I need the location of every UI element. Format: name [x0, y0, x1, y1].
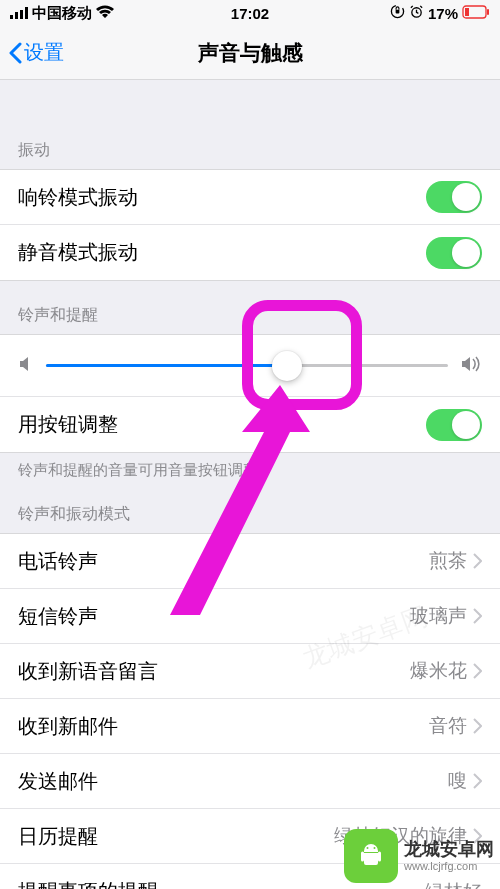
back-button[interactable]: 设置: [0, 39, 64, 66]
row-voicemail[interactable]: 收到新语音留言 爆米花: [0, 644, 500, 699]
status-right: 17%: [390, 4, 490, 22]
row-value: 玻璃声: [410, 603, 482, 629]
status-left: 中国移动: [10, 4, 114, 23]
chevron-right-icon: [473, 773, 482, 789]
orientation-lock-icon: [390, 4, 405, 22]
volume-high-icon: [460, 355, 482, 377]
alarm-icon: [409, 4, 424, 22]
svg-rect-9: [465, 8, 469, 16]
chevron-right-icon: [473, 718, 482, 734]
svg-point-11: [367, 847, 369, 849]
svg-rect-1: [15, 12, 18, 19]
svg-rect-0: [10, 15, 13, 19]
svg-rect-3: [25, 7, 28, 19]
row-label: 收到新邮件: [18, 713, 118, 740]
row-value: 爆米花: [410, 658, 482, 684]
row-label: 响铃模式振动: [18, 184, 138, 211]
switch-change-with-buttons[interactable]: [426, 409, 482, 441]
battery-icon: [462, 5, 490, 22]
section-header-patterns: 铃声和振动模式: [0, 480, 500, 533]
carrier-label: 中国移动: [32, 4, 92, 23]
row-label: 发送邮件: [18, 768, 98, 795]
row-label: 电话铃声: [18, 548, 98, 575]
switch-silent-vibration[interactable]: [426, 237, 482, 269]
row-label: 提醒事项的提醒: [18, 878, 158, 889]
slider-thumb[interactable]: [272, 351, 302, 381]
nav-bar: 设置 声音与触感: [0, 26, 500, 80]
volume-slider[interactable]: [46, 364, 448, 367]
row-label: 收到新语音留言: [18, 658, 158, 685]
row-label: 日历提醒: [18, 823, 98, 850]
signal-icon: [10, 5, 28, 22]
chevron-right-icon: [473, 608, 482, 624]
slider-fill: [46, 364, 287, 367]
watermark-logo-icon: [344, 829, 398, 883]
svg-point-12: [374, 847, 376, 849]
row-change-with-buttons[interactable]: 用按钮调整: [0, 397, 500, 452]
row-value: 音符: [429, 713, 482, 739]
row-ringtone[interactable]: 电话铃声 煎茶: [0, 534, 500, 589]
chevron-left-icon: [8, 42, 22, 64]
watermark-brand: 龙城安卓网: [404, 840, 494, 860]
page-title: 声音与触感: [198, 39, 303, 67]
watermark: 龙城安卓网 www.lcjrfg.com: [344, 829, 494, 883]
section-header-vibration: 振动: [0, 116, 500, 169]
switch-ring-vibration[interactable]: [426, 181, 482, 213]
volume-slider-row: [0, 335, 500, 397]
row-label: 用按钮调整: [18, 411, 118, 438]
row-label: 静音模式振动: [18, 239, 138, 266]
group-vibration: 响铃模式振动 静音模式振动: [0, 169, 500, 281]
watermark-text: 龙城安卓网 www.lcjrfg.com: [404, 840, 494, 872]
back-label: 设置: [24, 39, 64, 66]
status-time: 17:02: [231, 5, 269, 22]
battery-percent: 17%: [428, 5, 458, 22]
row-new-mail[interactable]: 收到新邮件 音符: [0, 699, 500, 754]
section-footer-ringtone: 铃声和提醒的音量可用音量按钮调整。: [0, 453, 500, 480]
watermark-url: www.lcjrfg.com: [404, 860, 494, 872]
row-label: 短信铃声: [18, 603, 98, 630]
row-value: 煎茶: [429, 548, 482, 574]
svg-rect-8: [487, 9, 489, 15]
chevron-right-icon: [473, 553, 482, 569]
status-bar: 中国移动 17:02 17%: [0, 0, 500, 26]
row-ring-vibration[interactable]: 响铃模式振动: [0, 170, 500, 225]
chevron-right-icon: [473, 663, 482, 679]
row-value: 嗖: [448, 768, 482, 794]
section-header-ringtone: 铃声和提醒: [0, 281, 500, 334]
wifi-icon: [96, 5, 114, 22]
svg-rect-2: [20, 10, 23, 19]
row-sent-mail[interactable]: 发送邮件 嗖: [0, 754, 500, 809]
volume-low-icon: [18, 355, 34, 377]
row-text-tone[interactable]: 短信铃声 玻璃声: [0, 589, 500, 644]
group-ringtone-volume: 用按钮调整: [0, 334, 500, 453]
svg-rect-5: [396, 10, 400, 14]
row-silent-vibration[interactable]: 静音模式振动: [0, 225, 500, 280]
